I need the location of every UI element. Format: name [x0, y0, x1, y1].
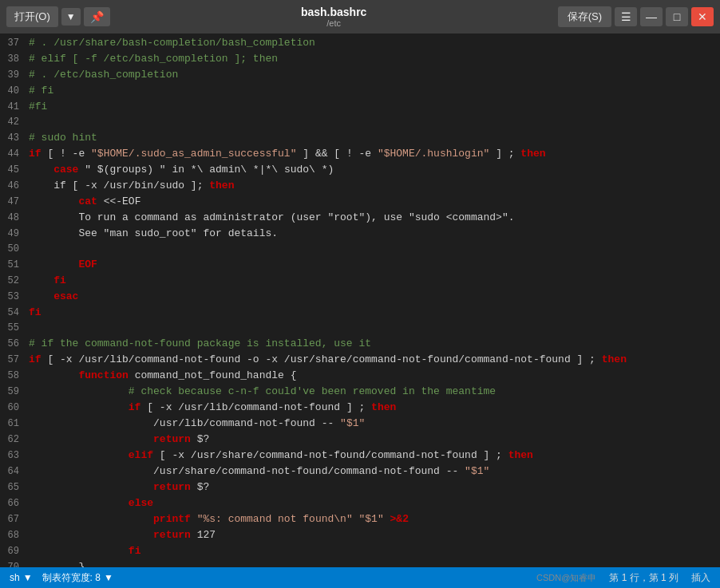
line-content[interactable]: fi: [29, 543, 720, 558]
line-content[interactable]: # if the command-not-found package is in…: [29, 336, 720, 351]
code-token: $?: [191, 433, 209, 445]
line-content[interactable]: elif [ -x /usr/share/command-not-found/c…: [29, 448, 720, 463]
open-button[interactable]: 打开(O): [6, 6, 58, 27]
language-label: sh: [10, 572, 20, 583]
code-token: then: [520, 148, 545, 160]
line-number: 48: [0, 211, 29, 226]
code-token: [29, 369, 78, 381]
code-token: case: [53, 164, 78, 176]
line-content[interactable]: }: [29, 559, 720, 567]
line-content[interactable]: /usr/lib/command-not-found -- "$1": [29, 416, 720, 431]
table-row: 56# if the command-not-found package is …: [0, 336, 720, 352]
titlebar: 打开(O) ▼ 📌 bash.bashrc /etc 保存(S) ☰ — □ ✕: [0, 0, 720, 34]
line-content[interactable]: # . /etc/bash_completion: [29, 67, 720, 82]
code-token: [29, 481, 153, 493]
code-token: ] && [ ! -e: [296, 148, 377, 160]
line-content[interactable]: cat <<-EOF: [29, 194, 720, 209]
titlebar-right: 保存(S) ☰ — □ ✕: [558, 6, 714, 27]
code-token: 127: [191, 529, 216, 541]
line-number: 46: [0, 179, 29, 194]
line-content[interactable]: # check because c-n-f could've been remo…: [29, 384, 720, 399]
minimize-button[interactable]: —: [640, 7, 663, 26]
mode-label: 插入: [691, 571, 710, 585]
open-dropdown-button[interactable]: ▼: [61, 8, 81, 26]
file-path: /etc: [110, 18, 558, 28]
line-number: 39: [0, 68, 29, 83]
line-content[interactable]: esac: [29, 289, 720, 304]
code-token: [29, 274, 53, 286]
line-number: 52: [0, 274, 29, 289]
code-token: ] ;: [489, 148, 520, 160]
table-row: 59 # check because c-n-f could've been r…: [0, 384, 720, 400]
line-number: 54: [0, 306, 29, 321]
line-content[interactable]: # fi: [29, 83, 720, 98]
table-row: 64 /usr/share/command-not-found/command-…: [0, 464, 720, 479]
line-number: 53: [0, 290, 29, 305]
table-row: 65 return $?: [0, 479, 720, 495]
line-content[interactable]: To run a command as administrator (user …: [29, 210, 720, 225]
line-number: 51: [0, 258, 29, 273]
line-content[interactable]: /usr/share/command-not-found/command-not…: [29, 464, 720, 479]
line-content[interactable]: if [ -x /usr/lib/command-not-found ] ; t…: [29, 400, 720, 415]
watermark-text: CSDN@知睿申: [536, 572, 596, 584]
line-number: 57: [0, 353, 29, 368]
line-content[interactable]: printf "%s: command not found\n" "$1" >&…: [29, 511, 720, 527]
line-content[interactable]: fi: [29, 273, 720, 288]
table-row: 66 else: [0, 495, 720, 511]
code-token: [29, 433, 153, 445]
line-content[interactable]: if [ ! -e "$HOME/.sudo_as_admin_successf…: [29, 146, 720, 161]
line-content[interactable]: else: [29, 495, 720, 511]
line-content[interactable]: return 127: [29, 527, 720, 543]
line-number: 68: [0, 528, 29, 543]
line-number: 66: [0, 496, 29, 511]
code-token: }: [29, 561, 85, 567]
indent-label: 制表符宽度: 8: [42, 571, 101, 585]
line-number: 58: [0, 369, 29, 384]
line-content[interactable]: case " $(groups) " in *\ admin\ *|*\ sud…: [29, 162, 720, 177]
code-token: [384, 513, 390, 525]
code-token: " $(groups) " in *\ admin\ *|*\ sudo\ *): [78, 164, 334, 176]
line-content[interactable]: # sudo hint: [29, 130, 720, 145]
file-title: bash.bashrc: [110, 6, 558, 18]
code-token: else: [129, 497, 153, 509]
line-content[interactable]: if [ -x /usr/lib/command-not-found -o -x…: [29, 352, 720, 367]
code-token: elif: [29, 449, 153, 461]
code-token: [29, 529, 153, 541]
line-content[interactable]: if [ -x /usr/bin/sudo ]; then: [29, 178, 720, 193]
line-content[interactable]: # elif [ -f /etc/bash_completion ]; then: [29, 51, 720, 66]
close-button[interactable]: ✕: [691, 7, 714, 26]
line-content[interactable]: fi: [29, 305, 720, 320]
code-token: then: [508, 449, 533, 461]
line-content[interactable]: See "man sudo_root" for details.: [29, 226, 720, 241]
maximize-button[interactable]: □: [666, 7, 688, 26]
indent-selector[interactable]: 制表符宽度: 8 ▼: [42, 571, 113, 585]
code-token: esac: [53, 290, 78, 302]
code-token: <<-EOF: [97, 195, 141, 207]
code-token: "$1": [340, 417, 365, 429]
code-token: [29, 195, 78, 207]
language-selector[interactable]: sh ▼: [10, 572, 33, 583]
line-content[interactable]: function command_not_found_handle {: [29, 368, 720, 383]
line-number: 44: [0, 147, 29, 162]
line-content[interactable]: # . /usr/share/bash-completion/bash_comp…: [29, 35, 720, 50]
line-content[interactable]: EOF: [29, 257, 720, 272]
line-content[interactable]: return $?: [29, 479, 720, 495]
code-token: [ -x /usr/share/command-not-found/comman…: [153, 449, 508, 461]
language-dropdown-icon: ▼: [23, 572, 33, 583]
code-token: # check because c-n-f could've been remo…: [29, 385, 496, 397]
hamburger-button[interactable]: ☰: [615, 7, 637, 26]
code-token: # elif [ -f /etc/bash_completion ]; then: [29, 53, 278, 65]
code-token: [29, 545, 129, 557]
line-content[interactable]: #fi: [29, 99, 720, 114]
table-row: 54fi: [0, 305, 720, 321]
code-token: $?: [191, 481, 209, 493]
save-button[interactable]: 保存(S): [558, 6, 611, 27]
line-content[interactable]: return $?: [29, 432, 720, 447]
code-container[interactable]: 37# . /usr/share/bash-completion/bash_co…: [0, 34, 720, 567]
code-token: To run a command as administrator (user …: [29, 211, 515, 223]
pin-button[interactable]: 📌: [84, 7, 110, 26]
table-row: 46 if [ -x /usr/bin/sudo ]; then: [0, 178, 720, 194]
code-token: # if the command-not-found package is in…: [29, 337, 371, 349]
code-token: if: [29, 353, 42, 365]
titlebar-center: bash.bashrc /etc: [110, 6, 558, 28]
